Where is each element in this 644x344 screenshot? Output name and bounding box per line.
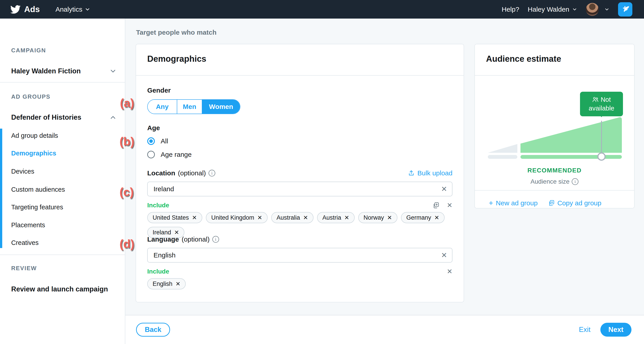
sidebar-item-label: Targeting features [11,204,63,211]
info-icon[interactable] [212,236,219,243]
chip-remove-icon[interactable]: ✕ [192,215,197,221]
user-name: Haley Walden [528,5,569,13]
gender-option-any[interactable]: Any [148,100,177,114]
chip-remove-icon[interactable]: ✕ [344,215,349,221]
slider-handle[interactable] [598,153,605,160]
chevron-down-icon[interactable] [109,67,117,75]
chip-label: English [152,281,172,287]
new-ad-group-label: New ad group [496,199,538,207]
sidebar-item-label: Custom audiences [11,186,65,193]
location-input[interactable] [147,182,452,196]
language-include-row: Include ✕ [147,267,452,276]
chip-australia: Australia✕ [271,212,314,223]
annotation-c: (c) [120,185,134,199]
card-divider [136,75,464,76]
sidebar-divider [0,255,125,255]
recommended-label: RECOMMENDED [475,167,634,174]
page-title: Target people who match [136,29,216,36]
chip-remove-icon[interactable]: ✕ [303,215,308,221]
sidebar-item-custom-audiences[interactable]: Custom audiences [11,185,117,194]
chevron-up-icon[interactable] [109,114,117,121]
age-label-row: Age [147,124,452,132]
radio-unselected-icon[interactable] [147,151,155,158]
age-option-range[interactable]: Age range [147,150,452,159]
copy-targeting-icon[interactable] [432,202,439,209]
nav-analytics-label: Analytics [56,5,82,13]
gender-option-men[interactable]: Men [177,100,202,114]
info-icon[interactable] [208,170,215,176]
audience-size-chart: Not available [486,88,624,162]
card-divider [475,190,634,191]
chip-remove-icon[interactable]: ✕ [174,230,179,235]
chevron-down-icon[interactable] [604,7,610,12]
review-header-label: REVIEW [11,265,37,272]
sidebar-item-targeting-features[interactable]: Targeting features [11,203,117,212]
footer-bar: Back Exit Next [125,315,644,344]
campaign-selector[interactable]: Haley Walden Fiction [11,67,117,76]
back-button[interactable]: Back [136,323,170,337]
help-link[interactable]: Help? [502,5,519,13]
copy-ad-group-link[interactable]: Copy ad group [548,199,602,207]
remove-include-icon[interactable]: ✕ [447,268,452,275]
chip-english: English✕ [147,278,186,290]
remove-include-icon[interactable]: ✕ [447,202,452,209]
ad-group-name: Defender of Histories [11,113,82,121]
gender-option-women[interactable]: Women [202,99,240,114]
info-icon[interactable] [572,178,578,185]
sidebar-item-devices[interactable]: Devices [11,167,117,176]
twitter-ads-page: Ads Analytics Help? Haley Walden [0,0,644,344]
compose-tweet-button[interactable] [618,2,632,16]
chip-norway: Norway✕ [358,212,398,223]
sidebar-item-placements[interactable]: Placements [11,221,117,230]
radio-selected-icon[interactable] [147,137,155,145]
exit-link[interactable]: Exit [579,326,590,334]
chevron-down-icon [84,6,90,12]
compose-feather-icon [620,5,630,14]
language-optional-label: (optional) [182,236,210,243]
ad-group-selector[interactable]: Defender of Histories [11,113,117,122]
language-label-row: Language (optional) [147,236,452,243]
chip-remove-icon[interactable]: ✕ [176,281,180,287]
include-label: Include [147,268,169,275]
card-title: Demographics [147,54,206,64]
language-chips: English✕ [147,278,452,290]
user-menu[interactable]: Haley Walden [528,5,577,13]
sidebar-item-creatives[interactable]: Creatives [11,238,117,247]
brand-name: Ads [24,5,40,14]
new-ad-group-link[interactable]: + New ad group [489,199,538,207]
chip-label: Norway [364,214,384,221]
bulk-upload-link[interactable]: Bulk upload [408,169,452,177]
sidebar-item-ad-group-details[interactable]: Ad group details [11,131,117,140]
nav-analytics[interactable]: Analytics [56,5,90,13]
chip-remove-icon[interactable]: ✕ [434,215,439,221]
avatar[interactable] [586,3,599,16]
sidebar-item-label: Devices [11,168,34,175]
clear-input-icon[interactable]: ✕ [441,252,447,259]
chip-remove-icon[interactable]: ✕ [387,215,392,221]
chevron-down-icon [572,7,577,12]
sidebar-item-label: Creatives [11,239,39,247]
chip-remove-icon[interactable]: ✕ [257,215,262,221]
chip-united-kingdom: United Kingdom✕ [206,212,268,223]
language-input[interactable] [147,248,452,263]
gender-label-row: Gender [147,86,452,94]
ad-groups-header-label: AD GROUPS [11,93,50,100]
sidebar-item-demographics[interactable]: Demographics [11,149,117,158]
review-section-header: REVIEW [11,264,117,273]
annotation-d: (d) [120,237,134,251]
chip-label: Austria [322,214,341,221]
location-label: Location [147,169,175,177]
demographics-card: Demographics Gender Any Men Women Age Al… [136,44,464,302]
brand[interactable]: Ads [10,4,40,14]
age-option-all[interactable]: All [147,137,452,146]
sidebar-item-label: Demographics [11,150,56,157]
copy-icon [548,200,555,206]
twitter-bird-icon [10,4,20,14]
campaign-name: Haley Walden Fiction [11,67,81,75]
topbar-right: Help? Haley Walden [502,2,632,16]
sidebar-item-review-launch[interactable]: Review and launch campaign [11,285,117,294]
next-button[interactable]: Next [600,323,632,337]
active-section-bar [0,129,2,248]
review-item-label: Review and launch campaign [11,285,108,293]
clear-input-icon[interactable]: ✕ [441,185,447,193]
